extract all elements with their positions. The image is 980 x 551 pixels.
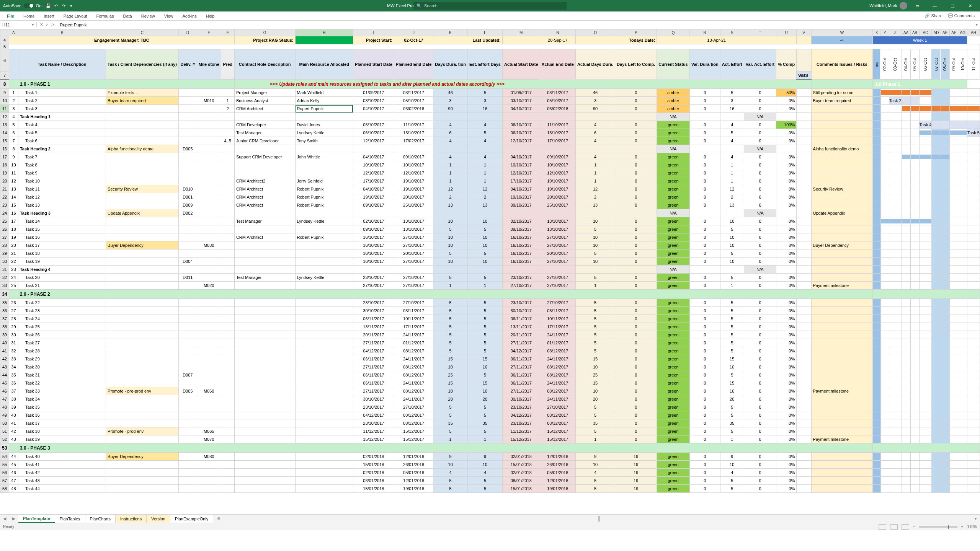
task-row[interactable]: 2416Task Heading 3Update AppendixD002N/A…	[0, 209, 980, 217]
task-row[interactable]: 3325 Task 21M02027/10/201727/10/20171127…	[0, 282, 980, 290]
task-row[interactable]: 2921 Task 1816/10/201720/10/20175516/10/…	[0, 249, 980, 258]
task-row[interactable]: 5444 Task 40Buyer DependencyM08002/01/20…	[0, 453, 980, 461]
ribbon-tab-file[interactable]: File	[2, 11, 19, 20]
zoom-out-icon[interactable]: −	[913, 525, 915, 529]
task-row[interactable]: 91 Task 1Example texts…Project ManagerMa…	[0, 89, 980, 97]
task-row[interactable]: 5848 Task 4415/01/201819/01/20185515/01/…	[0, 485, 980, 493]
sheet-nav-prev-icon[interactable]: ◀	[0, 516, 9, 521]
ribbon-options-icon[interactable]: ▭	[910, 3, 925, 8]
comments-button[interactable]: 💬 Comments	[948, 13, 975, 18]
task-row[interactable]: 168Task Heading 2Alpha functionality dem…	[0, 145, 980, 153]
ribbon-tab-data[interactable]: Data	[118, 11, 136, 20]
share-button[interactable]: 🔗 Share	[924, 13, 942, 18]
ribbon-tab-help[interactable]: Help	[201, 11, 219, 20]
task-row[interactable]: 124Task Heading 1N/AN/A	[0, 113, 980, 121]
redo-icon[interactable]: ↷	[60, 3, 67, 8]
select-all[interactable]	[0, 29, 9, 36]
view-page-break-icon[interactable]	[902, 524, 909, 530]
phase-1-header[interactable]: 8 1.0 - PHASE 1 <<< Update roles and mai…	[0, 80, 980, 89]
search-box[interactable]: 🔍 Search	[413, 2, 567, 10]
task-row[interactable]: 4435 Task 31D00706/11/201708/12/20172550…	[0, 371, 980, 379]
task-row[interactable]: 2517 Task 14Test ManagerLyndsey Kettle02…	[0, 217, 980, 225]
view-page-layout-icon[interactable]	[890, 524, 898, 530]
task-row[interactable]: 2719 Task 16CRM ArchitectRobert Pupnik16…	[0, 233, 980, 241]
column-headers[interactable]: ABCDEFG HIJKLMN OPQRSTUV W XYZAAABACADAE…	[0, 29, 980, 36]
task-row[interactable]: 2012 Task 10CRM Architect2Jerry Seinfeld…	[0, 177, 980, 185]
task-row[interactable]: 4132 Task 2804/12/201708/12/20175504/12/…	[0, 347, 980, 355]
task-row[interactable]: 5041 Task 3723/10/201708/12/2017353523/1…	[0, 419, 980, 427]
task-row[interactable]: 2820 Task 17Buyer DependencyM03016/10/20…	[0, 241, 980, 249]
task-row[interactable]: 5747 Task 4308/01/201812/01/20185508/01/…	[0, 477, 980, 485]
task-row[interactable]: 113 Task 32CRM ArchitectRupert Pupnik04/…	[0, 105, 980, 113]
task-row[interactable]: 146 Task 5Test ManagerLyndsey Kettle06/1…	[0, 129, 980, 137]
zoom-in-icon[interactable]: +	[961, 525, 964, 529]
ribbon-tab-view[interactable]: View	[160, 11, 178, 20]
task-row[interactable]: 4233 Task 2906/11/201724/11/2017151506/1…	[0, 355, 980, 363]
task-row[interactable]: 4839 Task 3523/10/201727/10/20175523/10/…	[0, 403, 980, 411]
view-normal-icon[interactable]	[879, 524, 886, 530]
autosave-toggle[interactable]	[24, 3, 34, 8]
task-row[interactable]: 4334 Task 3027/11/201708/12/2017101027/1…	[0, 363, 980, 371]
sheet-tab-plantemplate[interactable]: PlanTemplate	[18, 515, 55, 523]
sheet-tab-instructions[interactable]: Instructions	[116, 515, 147, 523]
save-icon[interactable]: 💾	[44, 3, 52, 8]
task-row[interactable]: 179 Task 7Support CRM DeveloperJohn Whit…	[0, 153, 980, 161]
task-row[interactable]: 4738 Task 3430/10/201724/11/2017202030/1…	[0, 395, 980, 403]
sheet-nav-next-icon[interactable]: ▶	[9, 516, 18, 521]
task-row[interactable]: 2315 Task 13D009CRM ArchitectRobert Pupn…	[0, 201, 980, 209]
maximize-icon[interactable]: ▢	[945, 3, 960, 8]
zoom-level[interactable]: 110%	[967, 525, 977, 529]
task-row[interactable]: 157 Task 64, 5Junior CRM DeveloperTony S…	[0, 137, 980, 145]
add-sheet-icon[interactable]: ⊕	[213, 516, 224, 521]
undo-icon[interactable]: ↶	[52, 3, 60, 8]
task-row[interactable]: 3930 Task 2620/11/201724/11/20175520/11/…	[0, 331, 980, 339]
qat-more-icon[interactable]: ▾	[67, 3, 75, 8]
task-row[interactable]: 3224 Task 20D011Test ManagerLyndsey Kett…	[0, 274, 980, 282]
avatar[interactable]	[900, 2, 907, 10]
task-row[interactable]: 3728 Task 2406/11/201710/11/20175506/11/…	[0, 315, 980, 323]
task-row[interactable]: 5545 Task 4115/01/201826/01/2018101015/0…	[0, 461, 980, 469]
formula-input[interactable]: Rupert Pupnik	[58, 23, 973, 27]
ribbon-tab-add-ins[interactable]: Add-ins	[178, 11, 201, 20]
name-box[interactable]: H11▾	[0, 22, 37, 27]
task-row[interactable]: 3123Task Heading 4N/AN/A	[0, 266, 980, 274]
chevron-down-icon[interactable]: ▾	[32, 22, 34, 27]
sheet-tab-plancharts[interactable]: PlanCharts	[85, 515, 116, 523]
vertical-scroll-expand-icon[interactable]: ▾	[972, 516, 980, 521]
task-row[interactable]: 2113 Task 11Security ReviewD010CRM Archi…	[0, 185, 980, 193]
task-row[interactable]: 4031 Task 2727/11/201701/12/20175527/11/…	[0, 339, 980, 347]
task-row[interactable]: 1911 Task 912/10/201712/10/20171112/10/2…	[0, 169, 980, 177]
task-row[interactable]: 5646 Task 4202/01/201805/01/20184402/01/…	[0, 469, 980, 477]
ribbon-tab-home[interactable]: Home	[19, 11, 39, 20]
zoom-slider[interactable]	[919, 526, 957, 528]
task-row[interactable]: 3627 Task 2330/10/201703/11/20175530/10/…	[0, 307, 980, 315]
sheet-tab-version[interactable]: Version	[147, 515, 170, 523]
fx-icon[interactable]: fx	[51, 22, 55, 27]
task-row[interactable]: 4536 Task 3206/11/201724/11/2017151506/1…	[0, 379, 980, 387]
phase-3-header[interactable]: 53 3.0 - PHASE 3	[0, 443, 980, 453]
task-row[interactable]: 1810 Task 810/10/201710/10/20171110/10/2…	[0, 161, 980, 169]
spreadsheet-grid[interactable]: ABCDEFG HIJKLMN OPQRSTUV W XYZAAABACADAE…	[0, 29, 980, 493]
enter-icon[interactable]: ✓	[46, 22, 49, 27]
task-row[interactable]: 3829 Task 2513/11/201717/11/20175513/11/…	[0, 323, 980, 331]
close-icon[interactable]: ✕	[962, 3, 978, 8]
ribbon-tab-formulas[interactable]: Formulas	[92, 11, 119, 20]
task-row[interactable]: 2214 Task 12D001CRM ArchitectRobert Pupn…	[0, 193, 980, 201]
task-row[interactable]: 3022 Task 19D00416/10/201727/10/20171010…	[0, 258, 980, 266]
horizontal-scrollbar[interactable]	[226, 516, 970, 522]
sheet-tab-planexampleonly[interactable]: PlanExampleOnly	[170, 515, 213, 523]
task-row[interactable]: 2618 Task 1509/10/201713/10/20175509/10/…	[0, 225, 980, 233]
task-row[interactable]: 4940 Task 3604/12/201708/12/20175504/12/…	[0, 411, 980, 419]
minimize-icon[interactable]: —	[927, 3, 942, 8]
banner-row[interactable]: 4 Engagement Manager: TBC Project RAG St…	[0, 36, 980, 44]
task-row[interactable]: 102 Task 2Buyer team requiredM0101Busine…	[0, 97, 980, 105]
ribbon-tab-page-layout[interactable]: Page Layout	[59, 11, 92, 20]
task-row[interactable]: 5243 Task 39M07015/12/201715/12/20171115…	[0, 435, 980, 443]
ribbon-tab-insert[interactable]: Insert	[39, 11, 59, 20]
sheet-tabs[interactable]: ◀ ▶ PlanTemplatePlanTablesPlanChartsInst…	[0, 514, 980, 523]
ribbon-tab-review[interactable]: Review	[137, 11, 160, 20]
formula-expand-icon[interactable]: ▾	[973, 23, 980, 27]
task-row[interactable]: 4637 Task 33Promote - pre-prod envD005M0…	[0, 387, 980, 395]
task-row[interactable]: 3526 Task 2223/10/201727/10/20175523/10/…	[0, 299, 980, 307]
phase-2-header[interactable]: 34 2.0 - PHASE 2	[0, 290, 980, 299]
